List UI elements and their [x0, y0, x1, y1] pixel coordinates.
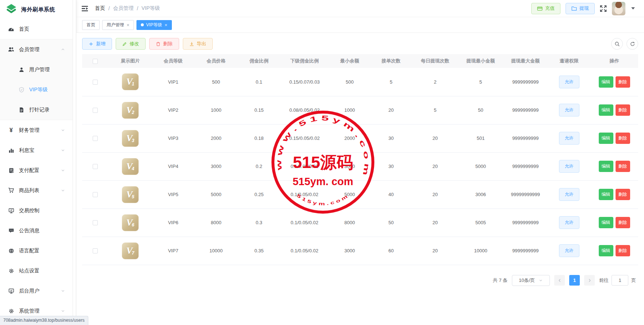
pagination: 共 7 条 10条/页 1 前往 页 — [82, 275, 638, 286]
sidebar-item-site-settings[interactable]: 站点设置 — [0, 261, 73, 281]
delete-row-button[interactable]: 删除 — [616, 217, 630, 228]
invite-allow-button[interactable]: 允许 — [559, 188, 579, 201]
vip-badge-image: V6 — [122, 214, 139, 231]
sidebar-item-home[interactable]: 首页 — [0, 19, 73, 39]
cell-level: VIP2 — [152, 96, 194, 124]
column-header: 会员价格 — [194, 54, 238, 68]
edit-row-button[interactable]: 编辑 — [599, 161, 613, 172]
app-root: 海外刷单系统 首页 会员管理 用户管理 VIP等级 — [0, 0, 644, 325]
sidebar-gutter — [73, 0, 76, 325]
delete-row-button[interactable]: 删除 — [616, 104, 630, 116]
cell-withdraw_min: 10000 — [458, 237, 503, 265]
sidebar-item-product-list[interactable]: 商品列表 — [0, 180, 73, 200]
search-icon[interactable] — [611, 38, 623, 50]
tab-close-icon[interactable]: × — [165, 23, 167, 27]
row-checkbox[interactable] — [93, 108, 98, 113]
vip-badge-number: 5 — [132, 194, 134, 199]
sidebar-item-member-management[interactable]: 会员管理 — [0, 39, 73, 60]
select-all-checkbox[interactable] — [93, 59, 98, 64]
sidebar-item-language-config[interactable]: 语言配置 — [0, 241, 73, 261]
cell-order_count: 5 — [370, 68, 412, 96]
delete-row-button[interactable]: 删除 — [616, 161, 630, 172]
sidebar-item-payment-config[interactable]: 支付配置 — [0, 160, 73, 180]
cell-min_balance: 1000 — [329, 96, 370, 124]
cell-sub_commission: 0.1/0.05/0.02 — [280, 237, 329, 265]
recharge-button[interactable]: 充值 — [531, 3, 560, 14]
next-page-button[interactable] — [584, 275, 595, 286]
invite-allow-button[interactable]: 允许 — [559, 244, 579, 257]
delete-row-button[interactable]: 删除 — [616, 133, 630, 144]
current-page-button[interactable]: 1 — [569, 275, 580, 286]
sidebar-item-finance-management[interactable]: ¥ 财务管理 — [0, 120, 73, 140]
vip-level-table: 展示图片 会员等级 会员价格 佣金比例 下级佣金比例 最小余额 接单次数 每日提… — [82, 54, 638, 265]
export-button[interactable]: 导出 — [183, 38, 213, 50]
breadcrumb-home[interactable]: 首页 — [95, 5, 105, 12]
invite-allow-button[interactable]: 允许 — [559, 104, 579, 116]
monitor-icon — [8, 207, 14, 214]
row-checkbox[interactable] — [93, 164, 98, 169]
cell-min_balance: 3000 — [329, 152, 370, 180]
vip-badge-number: 2 — [132, 110, 134, 115]
user-avatar[interactable] — [612, 2, 625, 15]
cell-min_balance: 3000 — [329, 237, 370, 265]
row-checkbox[interactable] — [93, 136, 98, 141]
sidebar-item-interest-treasure[interactable]: 利息宝 — [0, 140, 73, 160]
row-checkbox[interactable] — [93, 220, 98, 225]
bar-chart-icon — [8, 147, 14, 153]
breadcrumb-member-management[interactable]: 会员管理 — [113, 5, 134, 12]
invite-allow-button[interactable]: 允许 — [559, 132, 579, 145]
edit-row-button[interactable]: 编辑 — [599, 76, 613, 88]
sidebar-item-vip-level[interactable]: VIP等级 — [0, 80, 73, 100]
cell-commission: 0.15 — [238, 96, 280, 124]
invite-allow-button[interactable]: 允许 — [559, 160, 579, 173]
gear-icon — [8, 308, 14, 314]
refresh-icon[interactable] — [626, 38, 638, 50]
add-button[interactable]: 新增 — [82, 38, 112, 50]
sidebar-item-announcements[interactable]: 公告消息 — [0, 221, 73, 241]
edit-row-button[interactable]: 编辑 — [599, 189, 613, 200]
page-content: 新增 修改 删除 导出 — [76, 33, 644, 325]
sidebar-item-user-management[interactable]: 用户管理 — [0, 60, 73, 80]
tab-user-management[interactable]: 用户管理 × — [102, 20, 134, 30]
row-checkbox[interactable] — [93, 248, 98, 253]
edit-row-button[interactable]: 编辑 — [599, 104, 613, 116]
avatar-caret-down-icon[interactable] — [631, 7, 635, 9]
page-size-select[interactable]: 10条/页 — [512, 275, 550, 286]
card-icon — [537, 6, 543, 11]
modify-button[interactable]: 修改 — [116, 38, 146, 50]
cell-withdraw_max: 9999999999 — [503, 152, 548, 180]
sidebar: 海外刷单系统 首页 会员管理 用户管理 VIP等级 — [0, 0, 73, 325]
invite-allow-button[interactable]: 允许 — [559, 216, 579, 229]
shield-check-icon — [18, 87, 24, 93]
sidebar-item-trade-control[interactable]: 交易控制 — [0, 200, 73, 221]
delete-row-button[interactable]: 删除 — [616, 76, 630, 88]
prev-page-button[interactable] — [554, 275, 565, 286]
edit-row-button[interactable]: 编辑 — [599, 245, 613, 256]
invite-allow-button[interactable]: 允许 — [559, 76, 579, 88]
cell-sub_commission: 0.15/0.07/0.03 — [280, 68, 329, 96]
delete-button[interactable]: 删除 — [149, 38, 179, 50]
tab-close-icon[interactable]: × — [127, 23, 130, 27]
board-check-icon — [8, 288, 14, 294]
withdraw-button[interactable]: 提现 — [566, 3, 595, 14]
cell-price: 10000 — [194, 237, 238, 265]
row-checkbox[interactable] — [93, 80, 98, 85]
goto-page-input[interactable] — [612, 275, 628, 286]
edit-row-button[interactable]: 编辑 — [599, 133, 613, 144]
delete-row-button[interactable]: 删除 — [616, 189, 630, 200]
tab-vip-level[interactable]: VIP等级 × — [136, 20, 172, 30]
edit-row-button[interactable]: 编辑 — [599, 217, 613, 228]
column-header: 展示图片 — [108, 54, 153, 68]
sidebar-item-admin-users[interactable]: 后台用户 — [0, 281, 73, 301]
pencil-icon — [122, 42, 127, 46]
sidebar-item-injection-records[interactable]: 打针记录 — [0, 100, 73, 120]
top-header: 首页 / 会员管理 / VIP等级 充值 提现 — [76, 0, 644, 17]
tab-home[interactable]: 首页 — [82, 20, 100, 30]
dashboard-icon — [8, 26, 14, 32]
row-checkbox[interactable] — [93, 192, 98, 197]
folder-icon — [571, 6, 577, 11]
collapse-menu-icon[interactable] — [81, 5, 88, 12]
delete-row-button[interactable]: 删除 — [616, 245, 630, 256]
cell-daily_withdraw_count: 20 — [412, 152, 458, 180]
fullscreen-icon[interactable] — [600, 5, 607, 12]
